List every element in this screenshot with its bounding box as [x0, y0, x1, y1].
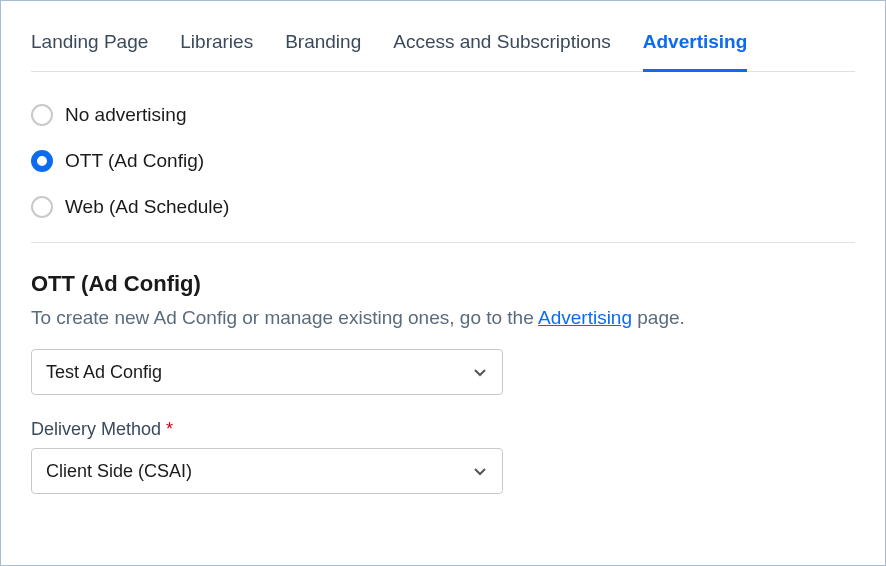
chevron-down-icon — [472, 463, 488, 479]
radio-label: No advertising — [65, 104, 186, 126]
radio-label: Web (Ad Schedule) — [65, 196, 229, 218]
radio-no-advertising[interactable]: No advertising — [31, 104, 855, 126]
delivery-method-label: Delivery Method * — [31, 419, 855, 440]
section-title: OTT (Ad Config) — [31, 271, 855, 297]
delivery-label-text: Delivery Method — [31, 419, 161, 439]
radio-circle-icon — [31, 196, 53, 218]
radio-ott-ad-config[interactable]: OTT (Ad Config) — [31, 150, 855, 172]
delivery-method-value: Client Side (CSAI) — [46, 461, 192, 482]
desc-suffix: page. — [632, 307, 685, 328]
tab-libraries[interactable]: Libraries — [180, 31, 253, 71]
tab-advertising[interactable]: Advertising — [643, 31, 748, 72]
tab-landing-page[interactable]: Landing Page — [31, 31, 148, 71]
advertising-mode-radios: No advertising OTT (Ad Config) Web (Ad S… — [31, 104, 855, 218]
required-asterisk: * — [161, 419, 173, 439]
tabs-bar: Landing Page Libraries Branding Access a… — [31, 31, 855, 72]
desc-prefix: To create new Ad Config or manage existi… — [31, 307, 538, 328]
tab-branding[interactable]: Branding — [285, 31, 361, 71]
radio-circle-selected-icon — [31, 150, 53, 172]
section-description: To create new Ad Config or manage existi… — [31, 307, 855, 329]
radio-label: OTT (Ad Config) — [65, 150, 204, 172]
advertising-link[interactable]: Advertising — [538, 307, 632, 328]
ad-config-value: Test Ad Config — [46, 362, 162, 383]
radio-circle-icon — [31, 104, 53, 126]
ad-config-select[interactable]: Test Ad Config — [31, 349, 503, 395]
tab-access-subscriptions[interactable]: Access and Subscriptions — [393, 31, 611, 71]
divider — [31, 242, 855, 243]
delivery-method-select[interactable]: Client Side (CSAI) — [31, 448, 503, 494]
radio-web-ad-schedule[interactable]: Web (Ad Schedule) — [31, 196, 855, 218]
chevron-down-icon — [472, 364, 488, 380]
